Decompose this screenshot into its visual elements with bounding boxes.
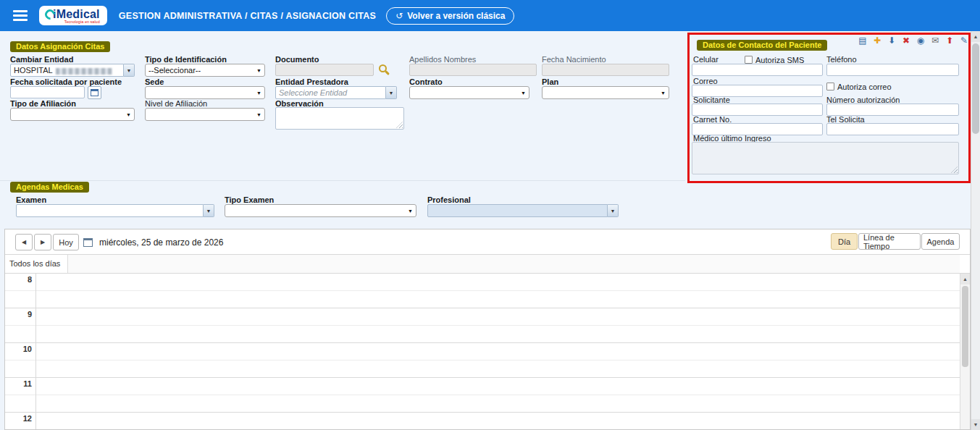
cambiar-entidad-label: Cambiar Entidad: [10, 55, 73, 64]
icon-toolbar: ▤ ✚ ⬇ ✖ ◉ ✉ ⬆ ✎: [857, 35, 970, 47]
tipo-afiliacion-label: Tipo de Afiliación: [10, 99, 76, 108]
menu-icon[interactable]: [13, 10, 28, 21]
hour-label: 8: [5, 275, 32, 284]
current-date-label: miércoles, 25 de marzo de 2026: [99, 237, 223, 248]
redacted-text: [56, 68, 112, 75]
chevron-down-icon[interactable]: [204, 204, 214, 217]
hour-row[interactable]: 10: [5, 343, 960, 378]
scroll-up-icon[interactable]: [971, 31, 980, 42]
imedical-logo: iMedical Tecnología en salud: [39, 6, 107, 25]
add-icon[interactable]: ✚: [871, 35, 883, 47]
section-title-asignacion: Datos Asignación Citas: [10, 41, 110, 52]
scrollbar-thumb[interactable]: [962, 286, 968, 367]
hour-row[interactable]: 12: [5, 413, 960, 429]
fecha-nacimiento-input: [542, 64, 669, 76]
chevron-left-icon: ◀: [22, 239, 26, 245]
scroll-down-icon[interactable]: [971, 419, 980, 430]
autoriza-correo-checkbox[interactable]: [826, 83, 834, 90]
day-grid[interactable]: 8 9 10 11 12: [5, 274, 960, 429]
entidad-prestadora-combo[interactable]: Seleccione Entidad: [275, 86, 397, 99]
medico-ultimo-ingreso-textarea[interactable]: [692, 142, 959, 174]
fecha-solicitada-label: Fecha solicitada por paciente: [10, 77, 122, 86]
entidad-prestadora-value: Seleccione Entidad: [275, 86, 386, 99]
scroll-up-icon[interactable]: [960, 274, 970, 284]
calendar-icon: [91, 89, 99, 96]
hour-label: 9: [5, 310, 32, 319]
mail-icon[interactable]: ✉: [929, 35, 941, 47]
numero-autorizacion-input[interactable]: [826, 104, 959, 116]
resize-grip-icon[interactable]: [396, 122, 403, 128]
save-icon[interactable]: ⬇: [886, 35, 897, 47]
hour-row[interactable]: 11: [5, 378, 960, 413]
entidad-prestadora-label: Entidad Prestadora: [275, 77, 348, 86]
apellidos-nombres-input: [409, 64, 537, 76]
calendar-picker-button[interactable]: [88, 86, 101, 99]
chevron-down-icon[interactable]: [386, 86, 397, 99]
scrollbar-thumb[interactable]: [972, 43, 979, 134]
contrato-select[interactable]: [409, 86, 529, 99]
tipo-identificacion-select[interactable]: --Seleccionar--: [145, 64, 265, 77]
prev-day-button[interactable]: ◀: [15, 234, 33, 250]
tipo-examen-select[interactable]: [225, 204, 416, 217]
classic-version-button[interactable]: ↺ Volver a versión clásica: [386, 7, 514, 25]
chevron-down-icon[interactable]: [608, 204, 619, 217]
plan-select[interactable]: [542, 86, 669, 99]
tel-solicita-input[interactable]: [826, 123, 959, 135]
celular-input[interactable]: [692, 64, 823, 76]
hour-row[interactable]: 9: [5, 308, 960, 343]
chevron-right-icon: ▶: [41, 239, 45, 245]
next-day-button[interactable]: ▶: [34, 234, 51, 250]
sede-label: Sede: [145, 77, 164, 86]
upload-icon[interactable]: ⬆: [944, 35, 955, 47]
chevron-down-icon[interactable]: [124, 64, 135, 77]
cambiar-entidad-value: HOSPITAL: [10, 64, 124, 77]
documento-label: Documento: [275, 55, 319, 64]
page-scrollbar[interactable]: [971, 31, 980, 430]
document-icon[interactable]: ▤: [857, 35, 868, 47]
all-day-label: Todos los días: [9, 259, 60, 268]
tipo-identificacion-label: Tipo de Identificación: [145, 55, 227, 64]
edit-icon[interactable]: ✎: [958, 35, 970, 47]
autoriza-correo-label: Autoriza correo: [837, 83, 892, 91]
hour-label: 11: [5, 379, 32, 388]
record-icon[interactable]: ◉: [915, 35, 926, 47]
section-title-agendas: Agendas Medicas: [10, 182, 89, 193]
sede-select[interactable]: [145, 86, 265, 99]
profesional-value: [427, 204, 608, 217]
breadcrumb: GESTION ADMINISTRATIVA / CITAS / ASIGNAC…: [119, 11, 376, 21]
fecha-solicitada-input[interactable]: [10, 86, 85, 98]
profesional-combo[interactable]: [427, 204, 619, 217]
today-button[interactable]: Hoy: [53, 234, 79, 250]
examen-combo[interactable]: [16, 204, 214, 217]
search-icon[interactable]: [379, 64, 387, 72]
solicitante-input[interactable]: [692, 104, 823, 116]
telefono-input[interactable]: [826, 64, 959, 76]
hour-label: 10: [5, 345, 32, 353]
cambiar-entidad-combo[interactable]: HOSPITAL: [10, 64, 135, 77]
tipo-afiliacion-select[interactable]: [10, 108, 135, 121]
hour-row[interactable]: 8: [5, 274, 960, 308]
all-day-row: Todos los días: [5, 254, 970, 274]
view-linea-tiempo-button[interactable]: Línea de Tiempo: [858, 233, 921, 250]
autoriza-sms-checkbox[interactable]: [745, 56, 753, 64]
brand-tagline: Tecnología en salud: [64, 20, 100, 24]
nivel-afiliacion-label: Nivel de Afiliación: [145, 99, 207, 108]
calendar-scrollbar[interactable]: [960, 274, 970, 429]
classic-version-label: Volver a versión clásica: [407, 11, 505, 21]
nivel-afiliacion-select[interactable]: [145, 108, 265, 121]
section-divider: [0, 180, 685, 181]
view-dia-button[interactable]: Día: [831, 233, 858, 250]
tipo-examen-label: Tipo Examen: [225, 195, 274, 204]
view-agenda-button[interactable]: Agenda: [921, 233, 960, 250]
telefono-label: Teléfono: [826, 55, 857, 64]
fecha-nacimiento-label: Fecha Nacimiento: [542, 55, 606, 64]
resize-grip-icon[interactable]: [951, 166, 958, 173]
calendar-icon: [83, 238, 93, 247]
app-header: iMedical Tecnología en salud GESTION ADM…: [0, 0, 980, 31]
celular-label: Celular: [693, 55, 719, 64]
all-day-area[interactable]: [67, 255, 960, 273]
refresh-icon: ↺: [395, 11, 403, 21]
delete-icon[interactable]: ✖: [900, 35, 912, 47]
section-title-contacto: Datos de Contacto del Paciente: [697, 40, 827, 51]
observacion-textarea[interactable]: [275, 107, 404, 130]
